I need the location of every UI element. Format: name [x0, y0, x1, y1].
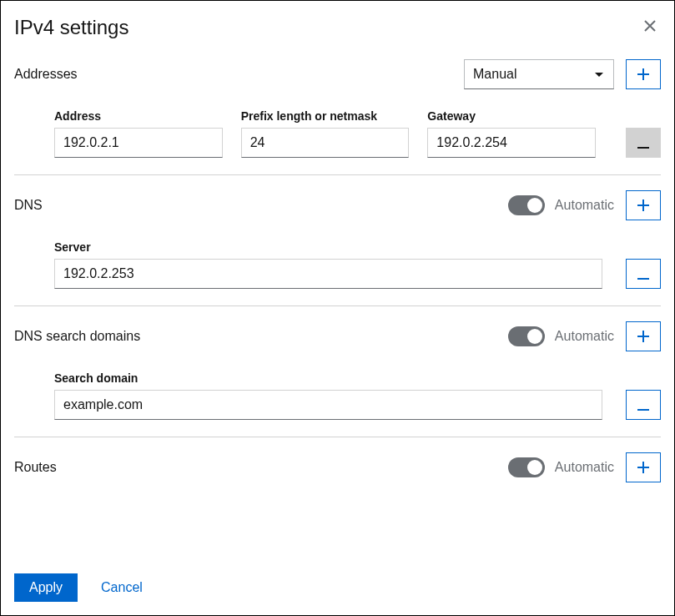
plus-icon — [637, 458, 649, 477]
add-route-button[interactable] — [626, 452, 661, 482]
gateway-column-label: Gateway — [427, 109, 596, 123]
prefix-input[interactable] — [241, 128, 410, 158]
prefix-column-label: Prefix length or netmask — [241, 109, 410, 123]
search-domains-automatic-label: Automatic — [555, 329, 614, 344]
dns-search-domains-label: DNS search domains — [14, 329, 140, 344]
search-domains-automatic-toggle[interactable] — [508, 326, 545, 346]
remove-address-button[interactable] — [626, 128, 661, 158]
close-button[interactable] — [639, 16, 661, 36]
addresses-label: Addresses — [14, 67, 78, 82]
address-column-label: Address — [54, 109, 223, 123]
dialog-title: IPv4 settings — [14, 16, 128, 39]
remove-dns-button[interactable] — [626, 259, 661, 289]
addresses-mode-value: Manual — [464, 59, 614, 89]
dialog-header: IPv4 settings — [14, 16, 661, 39]
routes-automatic-toggle[interactable] — [508, 457, 545, 477]
plus-icon — [637, 65, 649, 84]
dns-server-row: Server — [14, 240, 661, 289]
address-row: Address Prefix length or netmask Gateway — [14, 109, 661, 158]
toggle-knob — [527, 329, 542, 344]
minus-icon — [637, 134, 649, 153]
search-domain-row: Search domain — [14, 371, 661, 420]
minus-icon — [637, 396, 649, 415]
routes-label: Routes — [14, 460, 57, 475]
address-input[interactable] — [54, 128, 223, 158]
cancel-button[interactable]: Cancel — [101, 580, 143, 595]
dns-automatic-label: Automatic — [555, 198, 614, 213]
search-domain-input[interactable] — [54, 390, 602, 420]
gateway-input[interactable] — [427, 128, 596, 158]
plus-icon — [637, 196, 649, 215]
close-icon — [644, 17, 656, 35]
add-dns-button[interactable] — [626, 190, 661, 220]
routes-automatic-label: Automatic — [555, 460, 614, 475]
remove-search-domain-button[interactable] — [626, 390, 661, 420]
dns-label: DNS — [14, 198, 43, 213]
dns-section: DNS Automatic Server — [14, 190, 661, 306]
apply-button[interactable]: Apply — [14, 573, 78, 602]
dns-server-label: Server — [54, 240, 602, 254]
add-search-domain-button[interactable] — [626, 321, 661, 351]
addresses-mode-select[interactable]: Manual — [464, 59, 614, 89]
toggle-knob — [527, 460, 542, 475]
plus-icon — [637, 327, 649, 346]
search-domain-label: Search domain — [54, 371, 602, 385]
dns-search-domains-section: DNS search domains Automatic Search doma… — [14, 321, 661, 437]
dialog-footer: Apply Cancel — [14, 563, 661, 602]
routes-section: Routes Automatic — [14, 452, 661, 499]
minus-icon — [637, 265, 649, 284]
dns-server-input[interactable] — [54, 259, 602, 289]
toggle-knob — [527, 198, 542, 213]
add-address-button[interactable] — [626, 59, 661, 89]
addresses-section: Addresses Manual Address Prefix length o… — [14, 59, 661, 175]
dns-automatic-toggle[interactable] — [508, 195, 545, 215]
